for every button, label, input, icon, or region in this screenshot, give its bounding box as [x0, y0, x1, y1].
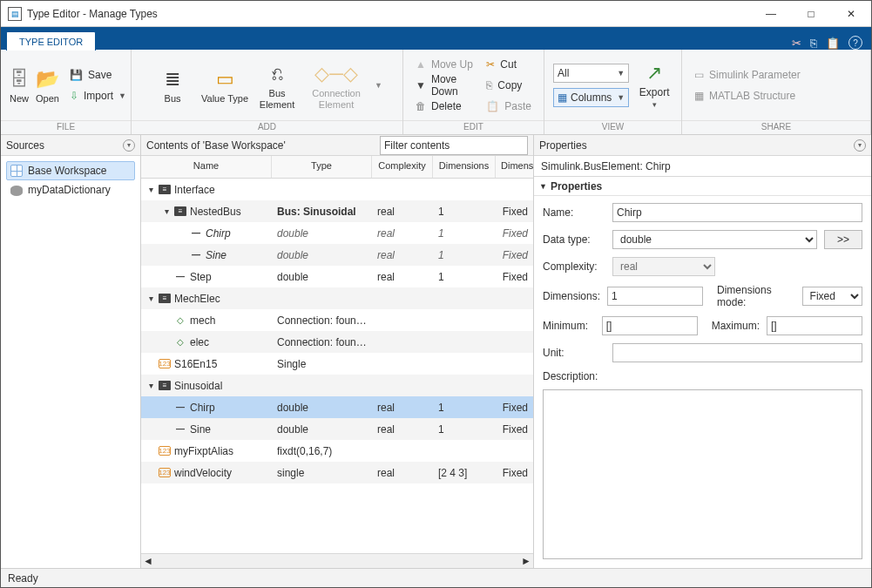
- max-field[interactable]: [767, 316, 862, 335]
- paste-button: 📋Paste: [483, 97, 535, 116]
- table-row[interactable]: 123S16En15Single: [141, 353, 533, 375]
- column-headers: Name Type Complexity Dimensions Dimensi…: [141, 156, 533, 179]
- properties-header: Properties ▾: [534, 135, 871, 156]
- row-complexity: real: [372, 206, 433, 218]
- bus-element-button[interactable]: ⎌ Bus Element: [253, 57, 301, 114]
- bus-icon: ≡: [159, 294, 171, 303]
- status-text: Ready: [8, 572, 38, 585]
- leaf-icon: —: [174, 272, 186, 281]
- table-row[interactable]: ▾≡MechElec: [141, 287, 533, 309]
- save-label: Save: [88, 69, 112, 81]
- table-row[interactable]: 123windVelocitysinglereal[2 4 3]Fixed: [141, 462, 533, 483]
- minimize-button[interactable]: —: [751, 1, 791, 27]
- import-label: Import: [84, 90, 113, 102]
- paste-icon[interactable]: 📋: [826, 37, 840, 50]
- table-row[interactable]: ▾≡Interface: [141, 179, 533, 200]
- save-button[interactable]: 💾 Save: [66, 65, 130, 84]
- contents-pane: Contents of 'Base Workspace' Filter cont…: [141, 135, 533, 568]
- table-row[interactable]: —Stepdoublereal1Fixed: [141, 266, 533, 287]
- add-more-icon[interactable]: ▼: [371, 81, 386, 90]
- min-field[interactable]: [602, 316, 698, 335]
- open-button[interactable]: 📂 Open: [36, 57, 59, 114]
- paste-icon: 📋: [486, 100, 499, 112]
- group-label: ADD: [132, 120, 402, 134]
- copy-icon[interactable]: ⎘: [810, 37, 817, 50]
- row-complexity: real: [372, 467, 433, 479]
- table-row[interactable]: —Chirpdoublereal1Fixed: [141, 396, 533, 418]
- col-name[interactable]: Name: [141, 156, 272, 178]
- table-row[interactable]: ◇elecConnection: foun…: [141, 331, 533, 353]
- value-type-label: Value Type: [201, 93, 248, 105]
- unit-field[interactable]: [612, 343, 862, 362]
- move-down-button[interactable]: ▼Move Down: [412, 76, 479, 95]
- description-textarea[interactable]: [543, 389, 862, 559]
- cut-button[interactable]: ✂Cut: [483, 55, 535, 74]
- collapse-icon[interactable]: ▾: [123, 139, 135, 152]
- col-complexity[interactable]: Complexity: [372, 156, 433, 178]
- table-row[interactable]: ▾≡NestedBusBus: Sinusoidalreal1Fixed: [141, 200, 533, 222]
- datatype-assist-button[interactable]: >>: [824, 230, 862, 249]
- database-icon: [10, 186, 23, 196]
- new-label: New: [10, 93, 29, 105]
- table-row[interactable]: ▾≡Sinusoidal: [141, 375, 533, 396]
- bus-icon: ≡: [174, 206, 186, 216]
- bus-button[interactable]: ≣ Bus: [148, 57, 197, 114]
- row-name: Chirp: [190, 402, 215, 414]
- row-name: Interface: [174, 184, 215, 196]
- row-dim-mode: Fixed: [496, 227, 533, 240]
- leaf-icon: —: [190, 250, 202, 260]
- maximize-button[interactable]: □: [791, 1, 831, 27]
- delete-button[interactable]: 🗑Delete: [412, 97, 479, 116]
- table-row[interactable]: —Chirpdoublereal1Fixed: [141, 222, 533, 244]
- filter-combo[interactable]: All▼: [553, 64, 629, 83]
- col-type[interactable]: Type: [272, 156, 372, 178]
- toggle-icon[interactable]: ▾: [146, 185, 155, 194]
- source-item[interactable]: myDataDictionary: [6, 180, 135, 199]
- row-dimensions: 1: [433, 423, 496, 436]
- close-button[interactable]: ✕: [831, 1, 871, 27]
- row-type: Single: [272, 358, 372, 370]
- toggle-icon[interactable]: ▾: [162, 206, 171, 216]
- selected-object-label: Simulink.BusElement: Chirp: [541, 160, 671, 172]
- row-dimensions: 1: [433, 227, 496, 240]
- tab-type-editor[interactable]: TYPE EDITOR: [6, 31, 96, 51]
- row-complexity: real: [372, 227, 433, 240]
- columns-combo[interactable]: ▦Columns▼: [553, 88, 629, 107]
- import-button[interactable]: ⇩ Import ▼: [66, 86, 130, 105]
- toggle-icon[interactable]: ▾: [146, 294, 155, 303]
- dimensions-field[interactable]: [607, 287, 703, 306]
- collapse-icon[interactable]: ▾: [854, 139, 866, 152]
- table-row[interactable]: ◇mechConnection: foun…: [141, 309, 533, 331]
- export-icon: ↗: [646, 59, 662, 87]
- copy-button[interactable]: ⎘Copy: [483, 76, 535, 95]
- table-row[interactable]: —Sinedoublereal1Fixed: [141, 244, 533, 266]
- value-type-button[interactable]: ▭ Value Type: [200, 57, 249, 114]
- table-row[interactable]: —Sinedoublereal1Fixed: [141, 418, 533, 440]
- name-field[interactable]: [612, 203, 862, 222]
- horizontal-scrollbar[interactable]: ◄►: [141, 553, 533, 568]
- col-dimensions[interactable]: Dimensions: [433, 156, 496, 178]
- export-button[interactable]: ↗ Export ▾: [636, 57, 673, 114]
- toggle-icon[interactable]: ▾: [146, 381, 155, 390]
- cut-icon[interactable]: ✂: [792, 37, 801, 50]
- help-icon[interactable]: ?: [848, 36, 862, 50]
- connection-element-button: ◇─◇ Connection Element: [305, 57, 368, 114]
- row-dimensions: [2 4 3]: [433, 467, 496, 479]
- source-label: myDataDictionary: [28, 184, 111, 196]
- datatype-select[interactable]: double: [612, 230, 817, 249]
- source-item[interactable]: Base Workspace: [6, 161, 135, 180]
- simulink-parameter-button: ▭Simulink Parameter: [691, 65, 804, 84]
- row-complexity: real: [372, 249, 433, 261]
- row-dim-mode: Fixed: [496, 402, 533, 414]
- properties-section-header[interactable]: ▼ Properties: [534, 177, 871, 196]
- filter-input[interactable]: Filter contents: [380, 136, 528, 155]
- row-name: S16En15: [174, 358, 217, 370]
- new-button[interactable]: 🗄 New: [10, 57, 29, 114]
- complexity-select[interactable]: real: [612, 257, 715, 276]
- properties-pane: Properties ▾ Simulink.BusElement: Chirp …: [534, 135, 871, 568]
- dim-mode-select[interactable]: Fixed: [802, 287, 862, 306]
- table-row[interactable]: 123myFixptAliasfixdt(0,16,7): [141, 440, 533, 462]
- leaf-icon: —: [174, 424, 186, 434]
- folder-open-icon: 📂: [36, 65, 59, 93]
- sources-list: Base WorkspacemyDataDictionary: [1, 156, 140, 205]
